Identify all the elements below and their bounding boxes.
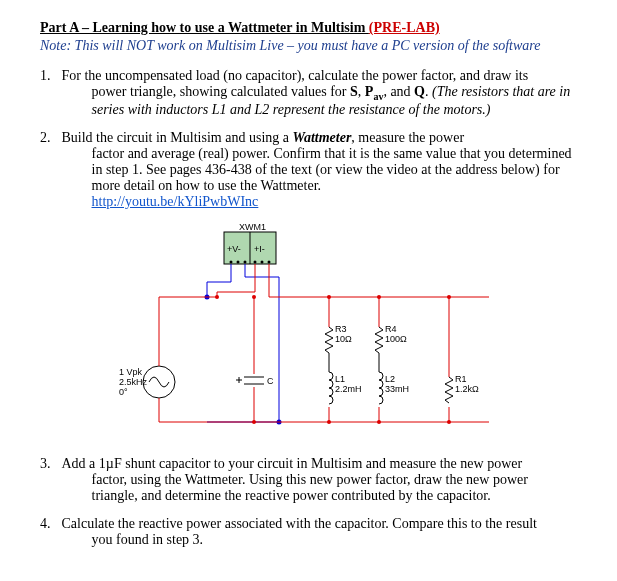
title-line: Part A – Learning how to use a Wattmeter… — [40, 20, 577, 36]
svg-point-3 — [243, 260, 246, 263]
svg-point-4 — [253, 260, 256, 263]
text: factor, using the Wattmeter. Using this … — [92, 472, 528, 503]
item-indent: you found in step 3. — [62, 532, 577, 548]
text: For the uncompensated load (no capacitor… — [62, 68, 529, 83]
list-item-4: 4. Calculate the reactive power associat… — [40, 516, 577, 548]
item-indent: factor, using the Wattmeter. Using this … — [62, 472, 577, 504]
svg-point-28 — [252, 295, 256, 299]
title-prelab: (PRE-LAB) — [369, 20, 440, 35]
item-indent: power triangle, showing calculated value… — [62, 84, 577, 118]
item-body: For the uncompensated load (no capacitor… — [62, 68, 577, 118]
item-body: Add a 1µF shunt capacitor to your circui… — [62, 456, 577, 504]
l2-name: L2 — [385, 374, 395, 384]
inductor-icon — [329, 372, 333, 404]
svg-point-21 — [252, 420, 256, 424]
circuit-svg: XWM1 +V- +I- — [119, 222, 499, 442]
resistor-icon — [325, 327, 333, 353]
cap-label: C — [267, 376, 274, 386]
svg-point-5 — [260, 260, 263, 263]
text: Add a 1µF shunt capacitor to your circui… — [62, 456, 523, 471]
svg-point-6 — [267, 260, 270, 263]
item-indent: factor and average (real) power. Confirm… — [62, 146, 577, 210]
l2-val: 33mH — [385, 384, 409, 394]
text: power triangle, showing calculated value… — [92, 84, 351, 99]
resistor-icon — [445, 377, 453, 403]
src-freq: 2.5kHz — [119, 377, 148, 387]
text: , and — [383, 84, 414, 99]
list-item-1: 1. For the uncompensated load (no capaci… — [40, 68, 577, 118]
svg-point-22 — [327, 420, 331, 424]
l1-val: 2.2mH — [335, 384, 362, 394]
svg-point-15 — [447, 295, 451, 299]
r3-val: 10Ω — [335, 334, 352, 344]
svg-point-23 — [377, 420, 381, 424]
item-number: 4. — [40, 516, 58, 532]
meter-v-label: +V- — [227, 244, 241, 254]
svg-point-13 — [327, 295, 331, 299]
text: Build the circuit in Multisim and using … — [62, 130, 293, 145]
src-amp: 1 Vpk — [119, 367, 143, 377]
svg-point-1 — [229, 260, 232, 263]
bold-s: S — [350, 84, 358, 99]
video-link[interactable]: http://youtu.be/kYliPwbWInc — [92, 194, 259, 209]
item-body: Build the circuit in Multisim and using … — [62, 130, 577, 210]
bold-q: Q — [414, 84, 425, 99]
meter-i-label: +I- — [254, 244, 265, 254]
text: you found in step 3. — [92, 532, 204, 547]
r3-name: R3 — [335, 324, 347, 334]
note-text: Note: This will NOT work on Multisim Liv… — [40, 38, 577, 54]
svg-point-14 — [377, 295, 381, 299]
r1-val: 1.2kΩ — [455, 384, 479, 394]
text: . — [425, 84, 432, 99]
item-number: 3. — [40, 456, 58, 472]
title-main: Part A – Learning how to use a Wattmeter… — [40, 20, 369, 35]
circuit-diagram: XWM1 +V- +I- — [40, 222, 577, 442]
item-number: 1. — [40, 68, 58, 84]
list-item-3: 3. Add a 1µF shunt capacitor to your cir… — [40, 456, 577, 504]
inductor-icon — [379, 372, 383, 404]
bold-pav: Pav — [365, 84, 384, 99]
svg-point-24 — [447, 420, 451, 424]
src-phase: 0° — [119, 387, 128, 397]
text: , measure the power — [351, 130, 464, 145]
wattmeter-label: Wattmeter — [292, 130, 351, 145]
text: Calculate the reactive power associated … — [62, 516, 537, 531]
list-item-2: 2. Build the circuit in Multisim and usi… — [40, 130, 577, 210]
r4-name: R4 — [385, 324, 397, 334]
meter-label: XWM1 — [239, 222, 266, 232]
svg-point-2 — [236, 260, 239, 263]
item-body: Calculate the reactive power associated … — [62, 516, 577, 548]
l1-name: L1 — [335, 374, 345, 384]
resistor-icon — [375, 327, 383, 353]
r4-val: 100Ω — [385, 334, 407, 344]
r1-name: R1 — [455, 374, 467, 384]
item-number: 2. — [40, 130, 58, 146]
text: factor and average (real) power. Confirm… — [92, 146, 572, 193]
